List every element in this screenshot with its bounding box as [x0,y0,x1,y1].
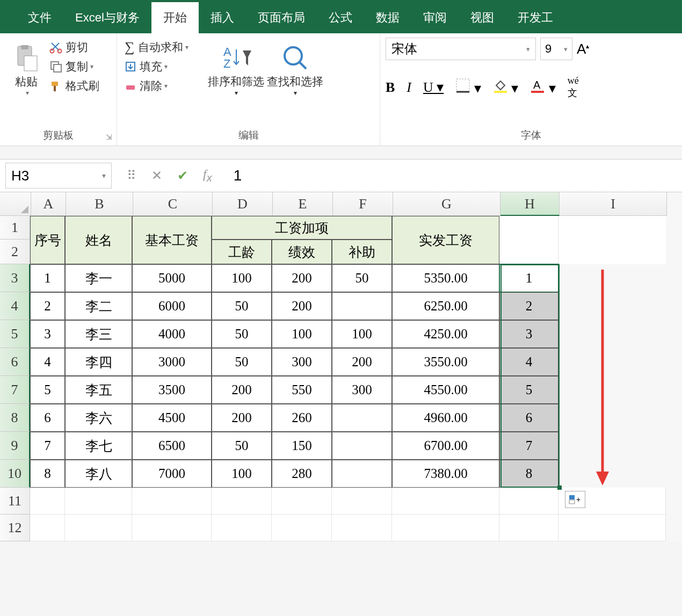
cell-A8[interactable]: 6 [30,404,65,432]
tab-review[interactable]: 审阅 [411,2,459,33]
tab-file[interactable]: 文件 [16,2,63,33]
cell-G11[interactable] [392,488,499,514]
tab-data[interactable]: 数据 [364,2,411,33]
cell-G12[interactable] [392,514,499,541]
hdr-name[interactable]: 姓名 [65,216,132,264]
cell-E6[interactable]: 300 [272,348,332,376]
cell-D7[interactable]: 200 [212,376,272,404]
cell-F12[interactable] [332,514,392,541]
sort-filter-button[interactable]: AZ 排序和筛选▾ [207,38,266,97]
tab-formulas[interactable]: 公式 [317,2,364,33]
row-header-11[interactable]: 11 [0,488,30,514]
cell-H9[interactable]: 7 [499,432,558,460]
row-header-12[interactable]: 12 [0,514,30,541]
row-header-7[interactable]: 7 [0,376,30,404]
cell-D4[interactable]: 50 [212,292,272,320]
cell-E7[interactable]: 550 [272,376,332,404]
autosum-button[interactable]: ∑自动求和 [122,38,191,57]
cell-G9[interactable]: 6700.00 [392,432,499,460]
cell-E3[interactable]: 200 [272,264,332,292]
cell-H10[interactable]: 8 [499,460,558,488]
copy-button[interactable]: 复制 [47,57,101,76]
cell-I12[interactable] [558,514,666,541]
cell-B7[interactable]: 李五 [65,376,132,404]
cell-B3[interactable]: 李一 [65,264,132,292]
cell-C3[interactable]: 5000 [132,264,212,292]
font-name-select[interactable]: 宋体▾ [386,38,536,60]
tab-developer[interactable]: 开发工 [506,2,565,33]
cell-H7[interactable]: 5 [499,376,558,404]
autofill-options-icon[interactable]: + [565,491,585,508]
cell-A4[interactable]: 2 [30,292,65,320]
cell-H12[interactable] [499,514,558,541]
cell-F6[interactable]: 200 [332,348,392,376]
cell-D10[interactable]: 100 [212,460,272,488]
cell-G8[interactable]: 4960.00 [392,404,499,432]
cell-G4[interactable]: 6250.00 [392,292,499,320]
cell-F5[interactable]: 100 [332,320,392,348]
increase-font-icon[interactable]: A▴ [577,41,589,57]
underline-button[interactable]: U ▾ [423,79,444,96]
cell-E11[interactable] [272,488,332,514]
cell-H5[interactable]: 3 [499,320,558,348]
cell-E8[interactable]: 260 [272,404,332,432]
cell-F8[interactable] [332,404,392,432]
cell-D9[interactable]: 50 [212,432,272,460]
cell-H1-2[interactable] [499,216,558,264]
cell-G7[interactable]: 4550.00 [392,376,499,404]
cell-G10[interactable]: 7380.00 [392,460,499,488]
select-all-corner[interactable] [0,192,31,216]
fill-button[interactable]: 填充 [122,57,191,76]
cell-D11[interactable] [212,488,272,514]
phonetic-button[interactable]: wé文 [568,75,579,99]
cell-H3[interactable]: 1 [499,264,558,292]
cell-A11[interactable] [30,488,65,514]
font-size-select[interactable]: 9▾ [540,38,572,60]
cell-D6[interactable]: 50 [212,348,272,376]
cell-B9[interactable]: 李七 [65,432,132,460]
enter-icon[interactable]: ✔ [177,168,188,183]
cell-A6[interactable]: 4 [30,348,65,376]
row-header-2[interactable]: 2 [0,240,30,264]
row-header-1[interactable]: 1 [0,216,30,240]
italic-button[interactable]: I [407,79,411,96]
cell-A12[interactable] [30,514,65,541]
cell-G3[interactable]: 5350.00 [392,264,499,292]
cell-B12[interactable] [65,514,132,541]
border-button[interactable]: ▾ [455,78,481,97]
find-select-button[interactable]: 查找和选择▾ [266,38,325,97]
cell-C7[interactable]: 3500 [132,376,212,404]
cell-H11[interactable] [499,488,558,514]
cell-C10[interactable]: 7000 [132,460,212,488]
cell-D8[interactable]: 200 [212,404,272,432]
font-color-button[interactable]: A ▾ [530,78,556,97]
hdr-sen[interactable]: 工龄 [212,240,272,264]
row-header-4[interactable]: 4 [0,292,30,320]
cell-H6[interactable]: 4 [499,348,558,376]
tab-home[interactable]: 开始 [151,2,199,33]
cell-E5[interactable]: 100 [272,320,332,348]
fx-icon[interactable]: fx [203,167,212,184]
cell-E10[interactable]: 280 [272,460,332,488]
clipboard-launcher[interactable]: ⇲ [106,133,112,141]
cell-B10[interactable]: 李八 [65,460,132,488]
fill-handle[interactable] [557,485,562,490]
cell-F11[interactable] [332,488,392,514]
row-header-10[interactable]: 10 [0,460,30,488]
col-header-D[interactable]: D [213,192,273,216]
cell-F7[interactable]: 300 [332,376,392,404]
name-box[interactable]: H3 [5,163,112,189]
cell-C9[interactable]: 6500 [132,432,212,460]
col-header-B[interactable]: B [66,192,133,216]
cell-E4[interactable]: 200 [272,292,332,320]
tab-page-layout[interactable]: 页面布局 [246,2,317,33]
cell-A9[interactable]: 7 [30,432,65,460]
col-header-F[interactable]: F [333,192,393,216]
cell-C11[interactable] [132,488,212,514]
cell-H4[interactable]: 2 [499,292,558,320]
cell-F9[interactable] [332,432,392,460]
col-header-E[interactable]: E [273,192,333,216]
tab-view[interactable]: 视图 [459,2,506,33]
clear-button[interactable]: 清除 [122,76,191,96]
col-header-I[interactable]: I [560,192,667,216]
